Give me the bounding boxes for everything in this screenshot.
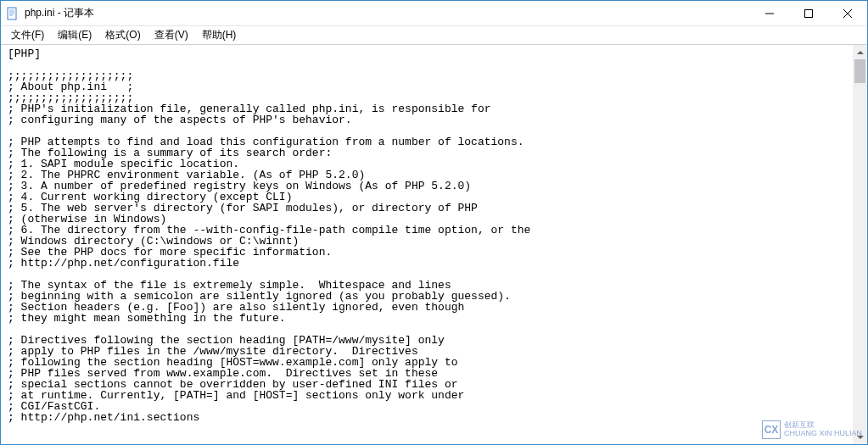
maximize-button[interactable]	[789, 1, 828, 25]
window-buttons	[750, 1, 867, 25]
text-line: ; they might mean something in the futur…	[8, 313, 860, 324]
text-line: ;;;;;;;;;;;;;;;;;;;	[8, 70, 860, 81]
text-line: ; at runtime. Currently, [PATH=] and [HO…	[8, 390, 860, 401]
vertical-scrollbar[interactable]	[853, 45, 867, 444]
scroll-track[interactable]	[853, 59, 867, 430]
menu-edit[interactable]: 编辑(E)	[51, 26, 98, 44]
chevron-up-icon	[857, 51, 864, 54]
editor-area: [PHP] ;;;;;;;;;;;;;;;;;;;; About php.ini…	[1, 45, 867, 444]
text-content[interactable]: [PHP] ;;;;;;;;;;;;;;;;;;;; About php.ini…	[1, 45, 867, 444]
text-line: ; About php.ini ;	[8, 81, 860, 92]
text-line: ; http://php.net/configuration.file	[8, 258, 860, 269]
scroll-thumb[interactable]	[854, 59, 865, 83]
menu-view[interactable]: 查看(V)	[148, 26, 195, 44]
scroll-down-button[interactable]	[853, 430, 867, 444]
app-icon	[6, 7, 20, 20]
text-line	[8, 59, 860, 70]
minimize-button[interactable]	[750, 1, 789, 25]
menubar: 文件(F) 编辑(E) 格式(O) 查看(V) 帮助(H)	[1, 26, 867, 45]
text-line: ; configuring many of the aspects of PHP…	[8, 114, 860, 125]
window-title: php.ini - 记事本	[25, 6, 750, 20]
chevron-down-icon	[857, 436, 864, 439]
menu-file[interactable]: 文件(F)	[4, 26, 51, 44]
text-line: ; http://php.net/ini.sections	[8, 412, 860, 423]
text-line: [PHP]	[8, 48, 860, 59]
scroll-up-button[interactable]	[853, 45, 867, 59]
titlebar[interactable]: php.ini - 记事本	[1, 1, 867, 26]
menu-help[interactable]: 帮助(H)	[195, 26, 244, 44]
svg-rect-6	[805, 9, 813, 17]
close-button[interactable]	[828, 1, 867, 25]
notepad-window: php.ini - 记事本 文件(F) 编辑(E) 格式(O) 查看(V) 帮助…	[0, 0, 868, 445]
menu-format[interactable]: 格式(O)	[98, 26, 147, 44]
